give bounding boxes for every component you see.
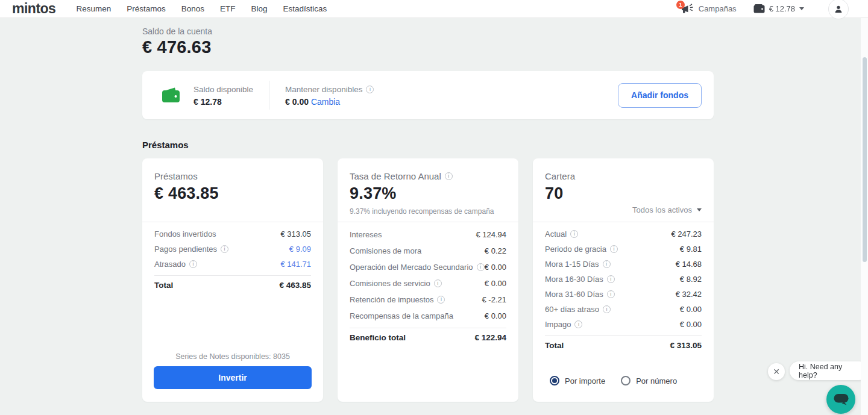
loans-section-title: Préstamos: [142, 140, 714, 150]
loans-card-value: € 463.85: [154, 184, 311, 203]
row-value: € 313.05: [280, 229, 311, 239]
loans-card-title: Préstamos: [154, 171, 311, 181]
info-icon[interactable]: i: [437, 296, 445, 304]
table-row: Actuali € 247.23: [545, 226, 702, 242]
info-icon[interactable]: i: [434, 279, 442, 287]
table-row: 60+ días atrasoi € 0.00: [545, 302, 702, 317]
row-label: 60+ días atraso: [545, 305, 599, 314]
main-content: Saldo de la cuenta € 476.63 Saldo dispon…: [142, 26, 714, 402]
available-balance-block: Saldo disponible € 12.78: [193, 84, 253, 107]
total-label: Total: [154, 281, 173, 290]
total-value: € 463.85: [279, 281, 311, 290]
radio-button-checked[interactable]: [550, 376, 559, 385]
mintos-logo[interactable]: mintos: [12, 1, 55, 17]
radio-button-unchecked[interactable]: [621, 376, 631, 385]
row-label: Mora 16-30 Días: [545, 275, 603, 284]
campaigns-link[interactable]: 1 Campañas: [681, 3, 737, 15]
notification-badge: 1: [676, 1, 685, 9]
nav-item-etf[interactable]: ETF: [220, 4, 236, 13]
row-label: Pagos pendientes: [154, 245, 217, 254]
row-value: € 0.00: [485, 311, 506, 320]
info-icon[interactable]: i: [477, 263, 485, 271]
return-card-subtitle: 9.37% incluyendo recompensas de campaña: [350, 207, 506, 216]
nav-item-prestamos[interactable]: Préstamos: [127, 4, 166, 13]
row-value: € 247.23: [671, 229, 702, 239]
close-icon: ✕: [773, 367, 780, 376]
info-icon[interactable]: i: [366, 86, 374, 93]
info-icon[interactable]: i: [574, 320, 582, 328]
megaphone-icon: 1: [681, 3, 694, 15]
total-label: Total: [545, 341, 564, 350]
row-value: € 32.42: [676, 290, 702, 299]
assets-filter-label: Todos los activos: [632, 205, 692, 214]
nav-item-blog[interactable]: Blog: [251, 4, 267, 13]
nav-item-bonos[interactable]: Bonos: [181, 4, 204, 13]
nav-item-resumen[interactable]: Resumen: [76, 4, 111, 13]
top-navbar: mintos Resumen Préstamos Bonos ETF Blog …: [0, 0, 868, 18]
row-value: € 9.09: [289, 245, 311, 254]
change-link[interactable]: Cambia: [311, 97, 340, 107]
row-label: Retención de impuestos: [350, 295, 433, 304]
table-row: Comisiones de mora € 0.22: [350, 243, 506, 259]
row-label: Comisiones de servicio: [350, 279, 430, 288]
row-value: € 141.71: [280, 260, 311, 269]
row-label: Operación del Mercado Secundario: [350, 263, 473, 272]
row-label: Mora 1-15 Días: [545, 260, 599, 269]
user-avatar-button[interactable]: [828, 0, 849, 19]
row-value: € -2.21: [482, 295, 506, 304]
row-label: Recompensas de la campaña: [350, 311, 453, 320]
chat-icon: [833, 392, 849, 407]
person-icon: [834, 4, 843, 14]
scrollbar-thumb[interactable]: [863, 57, 867, 262]
account-balance-header: Saldo de la cuenta € 476.63: [142, 26, 714, 58]
info-icon[interactable]: i: [603, 260, 611, 268]
table-row: Mora 1-15 Díasi € 14.68: [545, 257, 702, 272]
total-row: Beneficio total € 122.94: [350, 328, 506, 347]
row-value: € 0.00: [485, 263, 506, 272]
radio-by-number[interactable]: Por número: [621, 376, 677, 385]
nav-item-estadisticas[interactable]: Estadísticas: [283, 4, 327, 13]
available-balance-amount: € 12.78: [193, 97, 253, 107]
annual-return-card: Tasa de Retorno Anual i 9.37% 9.37% incl…: [338, 158, 518, 402]
info-icon[interactable]: i: [189, 260, 197, 268]
chat-launcher-button[interactable]: [826, 385, 855, 414]
info-icon[interactable]: i: [570, 230, 578, 238]
invest-button[interactable]: Invertir: [154, 366, 312, 389]
return-card-value: 9.37%: [350, 184, 506, 203]
chat-greeting-bubble[interactable]: Hi. Need any help?: [790, 361, 868, 380]
info-icon[interactable]: i: [603, 305, 611, 313]
row-value: € 124.94: [476, 230, 506, 239]
row-value: € 0.00: [680, 305, 702, 314]
row-label: Comisiones de mora: [350, 246, 421, 255]
info-icon[interactable]: i: [607, 275, 615, 283]
table-row: Pagos pendientesi € 9.09: [154, 242, 311, 257]
wallet-balance-dropdown[interactable]: € 12.78: [753, 4, 804, 13]
info-icon[interactable]: i: [445, 172, 453, 180]
chat-greeting-text: Hi. Need any help?: [799, 363, 859, 379]
table-row: Mora 16-30 Díasi € 8.92: [545, 272, 702, 287]
return-card-title: Tasa de Retorno Anual: [350, 171, 441, 181]
row-value: € 8.92: [680, 275, 702, 284]
row-label: Intereses: [350, 230, 382, 239]
available-balance-card: Saldo disponible € 12.78 Mantener dispon…: [142, 71, 714, 119]
info-icon[interactable]: i: [607, 290, 615, 298]
portfolio-view-toggle: Por importe Por número: [533, 376, 714, 402]
total-label: Beneficio total: [350, 333, 406, 342]
assets-filter-dropdown[interactable]: Todos los activos: [632, 205, 702, 214]
account-balance-value: € 476.63: [142, 37, 714, 58]
account-balance-label: Saldo de la cuenta: [142, 26, 714, 37]
chat-dismiss-button[interactable]: ✕: [768, 363, 785, 380]
row-value: € 0.22: [485, 246, 506, 255]
available-balance-label: Saldo disponible: [193, 84, 253, 95]
keep-available-label: Mantener disponibles: [285, 84, 362, 95]
row-value: € 0.00: [680, 320, 702, 329]
main-nav: Resumen Préstamos Bonos ETF Blog Estadís…: [76, 4, 327, 13]
info-icon[interactable]: i: [221, 245, 228, 253]
total-value: € 122.94: [474, 333, 506, 342]
radio-by-amount[interactable]: Por importe: [550, 376, 605, 385]
chevron-down-icon: [799, 7, 804, 10]
row-value: € 14.68: [676, 260, 702, 269]
row-value: € 9.81: [680, 245, 702, 254]
add-funds-button[interactable]: Añadir fondos: [618, 83, 702, 108]
info-icon[interactable]: i: [610, 245, 618, 253]
